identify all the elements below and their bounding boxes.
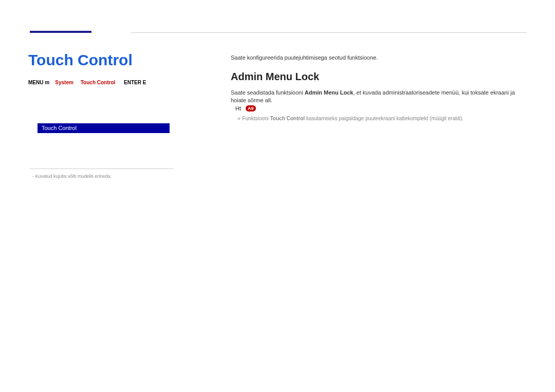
- enter-label: ENTER: [124, 80, 141, 85]
- system-label: System: [55, 80, 73, 85]
- hint-text-post: kasutamiseks paigaldage puuteekraani kat…: [305, 116, 464, 121]
- section-heading: Admin Menu Lock: [231, 71, 319, 83]
- section-text-pre: Saate seadistada funktsiooni: [231, 89, 305, 96]
- touch-control-menu-item[interactable]: Touch Control: [38, 123, 170, 133]
- section-paragraph: Saate seadistada funktsiooni Admin Menu …: [231, 89, 527, 105]
- section-text-bold: Admin Menu Lock: [305, 89, 354, 96]
- footnote-divider: [30, 169, 174, 169]
- header-accent-bar: [30, 31, 91, 33]
- header-divider: [131, 32, 527, 33]
- hint-label: Ht: [235, 105, 241, 111]
- hint-text-bold: Touch Control: [270, 116, 305, 121]
- footnote-text: - Kuvatud kujutis võib mudeliti erineda.: [32, 174, 112, 179]
- breadcrumb-arrow: m: [45, 80, 49, 85]
- menu-label: MENU: [28, 80, 43, 85]
- bullet-arrow-icon: »: [237, 116, 240, 121]
- breadcrumb: MENU m System Touch Control ENTER E: [28, 80, 146, 85]
- touch-control-label: Touch Control: [81, 80, 116, 85]
- hint-text: »Funktsiooni Touch Control kasutamiseks …: [237, 116, 527, 121]
- hint-badge: A9: [246, 105, 256, 111]
- enter-suffix: E: [143, 80, 146, 85]
- intro-paragraph: Saate konfigureerida puutejuhtimisega se…: [231, 54, 378, 61]
- page-title: Touch Control: [28, 51, 133, 69]
- hint-text-pre: Funktsiooni: [243, 116, 270, 121]
